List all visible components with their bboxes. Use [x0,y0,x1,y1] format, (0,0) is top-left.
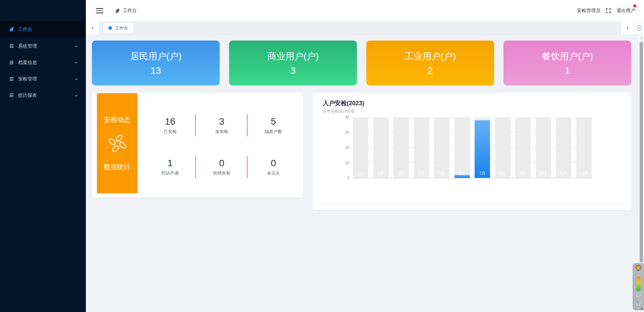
stat-item: 5隐患户数 [248,105,299,146]
chart-panel: 入户安检(2023) 全年安检统计分析 010203040 1月2月3月4月5月… [313,92,631,210]
y-tick-label: 0 [347,176,350,180]
fullscreen-icon[interactable] [605,8,611,14]
stat-label: 隐患户数 [265,129,282,135]
sidebar-item-label: 系统管理 [18,43,37,49]
stat-value: 0 [219,158,224,169]
sidebar-item-label: 工作台 [18,26,32,33]
sidebar-item-reports[interactable]: 统计报表 [0,87,86,104]
menu-lines-icon [9,43,14,49]
stat-value: 1 [167,158,173,169]
stat-item: 3未安检 [196,105,248,146]
summary-card-resident: 居民用户(户)13 [92,41,220,85]
scrollbar-up-arrow[interactable]: ▲ [639,36,644,39]
chevron-down-icon [74,77,78,81]
panels-row: 安检动态 数据统计 16已安检3未安检5隐患户数1到访不遇0拒绝安检0未点火 [92,92,631,210]
tabs-scroll-right-button[interactable] [621,21,634,35]
monitor-collapse-caret[interactable]: ▼ [640,307,643,310]
header: 工作台 安检管理员 退出用户 [86,0,644,21]
stat-value: 0 [271,158,276,169]
stat-label: 到访不遇 [161,170,179,176]
chart-bar-month-label: 1月 [353,171,368,176]
summary-card-label: 餐饮用户(户) [542,50,593,62]
chart-subtitle: 全年安检统计分析 [323,109,355,114]
sidebar-item-archives[interactable]: 档案信息 [0,54,86,71]
chart-bars: 1月2月3月4月5月6月7月8月9月10月11月12月 [353,117,592,178]
upload-unit: ↑ K/s [635,299,642,302]
pinwheel-icon [107,133,128,154]
stats-banner-top-label: 安检动态 [104,115,131,124]
tab-workbench[interactable]: 工作台 [103,23,133,33]
chart-bar-month-label: 11月 [556,171,571,176]
summary-card-catering: 餐饮用户(户)1 [503,41,631,85]
header-left: 工作台 [96,8,137,14]
summary-cards-row: 居民用户(户)13商业用户(户)3工业用户(户)2餐饮用户(户)1 [92,41,631,85]
content-area: 居民用户(户)13商业用户(户)3工业用户(户)2餐饮用户(户)1 安检动态 [86,35,639,312]
chevron-down-icon [74,44,78,49]
logout-button[interactable]: 退出用户 [616,8,635,14]
notification-badge-dot [633,4,636,7]
download-arrow-icon: ↓ [635,307,637,310]
stat-label: 未安检 [215,129,228,135]
chart-title: 入户安检(2023) [323,99,364,107]
gridline-0 [353,178,592,178]
chart-bar-month-label: 12月 [576,171,592,176]
app-root: 工作台系统管理档案信息安检管理统计报表 工作台 安检管理员 退出用户 [0,0,644,312]
stat-item: 0未点火 [248,146,299,188]
chart-bar-track: 8月 [495,117,511,178]
gauge-handle [637,274,640,276]
chart-bar-month-label: 9月 [515,171,531,176]
stat-value: 3 [219,116,224,127]
chevron-down-icon [74,93,78,98]
sidebar-item-inspection[interactable]: 安检管理 [0,71,86,87]
chart-bar-month-label: 7月 [475,171,490,176]
header-right: 安检管理员 退出用户 [577,8,635,14]
sidebar-collapse-icon[interactable] [96,8,103,13]
tabs-close-button[interactable] [634,21,644,35]
download-speed: 1.2 [636,302,641,307]
sidebar: 工作台系统管理档案信息安检管理统计报表 [0,0,86,312]
chart-bar-month-label: 4月 [414,171,429,176]
sidebar-item-system[interactable]: 系统管理 [0,38,86,54]
summary-card-value: 2 [428,65,433,76]
y-tick-label: 40 [345,115,350,120]
chevron-down-icon [74,60,78,65]
chart-bar-track: 9月 [515,117,531,178]
scrollbar-thumb[interactable] [640,42,643,262]
stats-grid: 16已安检3未安检5隐患户数1到访不遇0拒绝安检0未点火 [144,105,299,188]
chart-bar-month-label: 6月 [454,171,470,176]
chart-bar-track: 3月 [393,117,409,178]
chart-bar-month-label: 5月 [434,171,449,176]
chart-bar-track: 6月 [454,117,470,178]
bar-chart-plot: 010203040 1月2月3月4月5月6月7月8月9月10月11月12月 [353,117,592,178]
chart-bar-track: 12月 [576,117,592,178]
upload-speed: 5.7 [636,294,641,299]
stat-label: 已安检 [164,129,177,135]
speed-gauge [636,276,641,291]
stats-panel: 安检动态 数据统计 16已安检3未安检5隐患户数1到访不遇0拒绝安检0未点火 [92,92,303,197]
summary-card-label: 工业用户(户) [405,50,456,62]
summary-card-value: 3 [290,65,296,76]
tabs-scroll-left-button[interactable] [86,21,99,35]
username: 安检管理员 [577,8,600,14]
chart-bar-month-label: 2月 [373,171,389,176]
tab-bar: 工作台 [86,21,644,35]
chart-bar-track: 1月 [353,117,368,178]
stat-value: 5 [271,116,276,127]
stat-value: 16 [165,116,175,127]
chart-bar-track: 7月 [475,117,490,178]
summary-card-label: 居民用户(户) [130,50,181,62]
sidebar-item-workbench[interactable]: 工作台 [0,21,86,38]
stats-banner: 安检动态 数据统计 [97,93,138,193]
stat-item: 16已安检 [144,105,196,146]
upload-arrow-icon: ↑ [635,299,637,302]
leaf-icon [9,26,14,32]
chart-bar-month-label: 8月 [495,171,511,176]
chart-bar-track: 10月 [536,117,551,178]
chart-footer-divider [317,203,627,204]
network-monitor-widget[interactable]: 1 5.7 ↑ K/s 1.2 ↓ K/s ▼ [633,263,644,310]
main-area: 工作台 安检管理员 退出用户 工作台 [86,0,644,312]
menu-lines-icon [9,92,14,98]
leaf-icon [115,8,120,13]
chart-bar-track: 11月 [556,117,571,178]
summary-card-value: 13 [151,65,161,76]
